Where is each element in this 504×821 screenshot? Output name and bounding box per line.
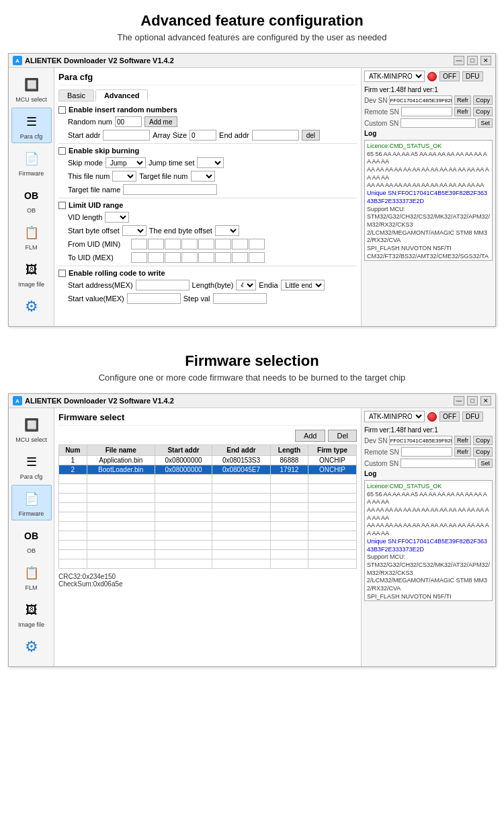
remote-sn-input-2[interactable] (401, 447, 452, 457)
dfu-button-1[interactable]: DFU (462, 71, 483, 81)
dev-sn-input-1[interactable] (389, 95, 452, 105)
sidebar2-item-mcu[interactable]: 🔲 MCU select (11, 411, 52, 446)
rolling-addr-row: Start address(MEX) Length(byte) 4 Endia … (58, 280, 357, 290)
to-uid-box-6[interactable] (215, 252, 231, 263)
target-file-num-select[interactable] (191, 171, 215, 182)
maximize-button-2[interactable]: □ (467, 396, 478, 405)
enable-skip-checkbox[interactable] (58, 147, 66, 155)
sidebar2-label-image: Image file (18, 621, 44, 628)
del-button-1[interactable]: del (302, 130, 320, 141)
to-uid-box-4[interactable] (181, 252, 198, 263)
sidebar-item-flm[interactable]: 📋 FLM (11, 219, 52, 254)
end-byte-offset-select[interactable] (215, 225, 239, 236)
fw-empty-8 (59, 541, 357, 550)
dev-sn-input-2[interactable] (389, 436, 452, 445)
sidebar-item-mcu[interactable]: 🔲 MCU select (11, 71, 52, 106)
off-button-2[interactable]: OFF (439, 412, 460, 422)
sidebar-item-para[interactable]: ☰ Para cfg (11, 108, 52, 143)
uid-box-8[interactable] (249, 239, 265, 249)
uid-box-6[interactable] (215, 239, 231, 249)
custom-sn-set-2[interactable]: Set (478, 459, 493, 468)
firmware-row-2[interactable]: 2 BootLoader.bin 0x08000000 0x080045E7 1… (59, 465, 357, 475)
dev-sn-copy-1[interactable]: Copy (473, 95, 493, 105)
dev-sn-refr-2[interactable]: Refr (454, 436, 471, 445)
uid-box-7[interactable] (232, 239, 248, 249)
limit-uid-checkbox[interactable] (58, 202, 66, 209)
del-firmware-button[interactable]: Del (328, 430, 357, 442)
device-select-2[interactable]: ATK-MINIPRO V2 (364, 411, 425, 422)
this-file-num-select[interactable] (112, 171, 136, 182)
sidebar-item-firmware[interactable]: 📄 Firmware (11, 145, 52, 180)
jump-time-select[interactable] (197, 157, 224, 168)
custom-sn-input-1[interactable] (401, 118, 476, 128)
add-me-button[interactable]: Add me (144, 116, 177, 127)
enable-rolling-checkbox[interactable] (58, 270, 66, 277)
para-cfg-panel: Para cfg Basic Advanced Enable insert ra… (54, 68, 361, 326)
log-line-2-4: Unique SN:FF0C17041C4B5E39F82B2F36343B3F… (367, 538, 490, 553)
start-value-input[interactable] (127, 293, 181, 304)
sidebar-item-settings[interactable]: ⚙ (11, 292, 52, 321)
remote-sn-refr-2[interactable]: Refr (454, 447, 471, 457)
target-file-name-input[interactable] (123, 184, 217, 195)
remote-sn-copy-1[interactable]: Copy (473, 107, 493, 116)
skip-mode-select[interactable]: Jump (106, 157, 146, 168)
dev-sn-copy-2[interactable]: Copy (473, 436, 493, 445)
enable-insert-label: Enable insert random numbers (69, 106, 177, 114)
dev-sn-refr-1[interactable]: Refr (454, 95, 471, 105)
remote-sn-refr-1[interactable]: Refr (454, 107, 471, 116)
to-uid-box-5[interactable] (198, 252, 214, 263)
sidebar2-label-flm: FLM (26, 584, 38, 591)
from-uid-boxes (131, 239, 265, 249)
device-select-1[interactable]: ATK-MINIPRO V2 (364, 71, 425, 82)
array-size-input[interactable] (190, 130, 216, 141)
step-val-input[interactable] (213, 293, 267, 304)
close-button-2[interactable]: ✕ (480, 396, 491, 405)
dfu-button-2[interactable]: DFU (462, 412, 483, 422)
uid-box-2[interactable] (148, 239, 164, 249)
start-address-input[interactable] (136, 280, 190, 290)
log-line-1-6: STM32/G32/CH32/CS32/MK32/AT32/APM32/M32/… (367, 213, 490, 229)
random-num-input[interactable] (115, 116, 142, 127)
sidebar-label-flm: FLM (26, 244, 38, 251)
to-uid-box-2[interactable] (148, 252, 164, 263)
remote-sn-input-1[interactable] (401, 107, 452, 116)
sidebar-item-ob[interactable]: OB OB (11, 182, 52, 217)
start-addr-input[interactable] (103, 130, 150, 141)
to-uid-box-7[interactable] (232, 252, 248, 263)
uid-box-5[interactable] (198, 239, 214, 249)
sidebar2-item-image[interactable]: 🖼 Image file (11, 596, 52, 631)
tab-advanced[interactable]: Advanced (95, 89, 149, 102)
tab-basic[interactable]: Basic (58, 89, 94, 102)
custom-sn-set-1[interactable]: Set (478, 118, 493, 128)
log-line-1-0: Licence:CMD_STATUS_OK (367, 143, 490, 151)
sidebar-item-image[interactable]: 🖼 Image file (11, 256, 52, 291)
close-button[interactable]: ✕ (480, 56, 491, 65)
uid-box-3[interactable] (165, 239, 181, 249)
start-byte-offset-select[interactable] (122, 225, 146, 236)
vid-length-select[interactable] (105, 212, 129, 223)
uid-box-1[interactable] (131, 239, 147, 249)
sidebar2-item-settings[interactable]: ⚙ (11, 633, 52, 661)
uid-box-4[interactable] (181, 239, 198, 249)
custom-sn-input-2[interactable] (401, 459, 476, 468)
endia-select[interactable]: Little end (281, 280, 325, 290)
to-uid-box-8[interactable] (249, 252, 265, 263)
end-addr-input[interactable] (252, 130, 299, 141)
minimize-button[interactable]: — (454, 56, 464, 65)
sidebar2-item-para[interactable]: ☰ Para cfg (11, 448, 52, 483)
add-firmware-button[interactable]: Add (295, 430, 326, 442)
sidebar2-item-ob[interactable]: OB OB (11, 522, 52, 557)
window2-controls: — □ ✕ (454, 396, 491, 405)
length-byte-select[interactable]: 4 (236, 280, 256, 290)
sidebar2-item-flm[interactable]: 📋 FLM (11, 559, 52, 594)
to-uid-box-3[interactable] (165, 252, 181, 263)
to-uid-box-1[interactable] (131, 252, 147, 263)
off-button-1[interactable]: OFF (439, 71, 460, 81)
remote-sn-label-2: Remote SN (364, 448, 399, 456)
enable-insert-checkbox[interactable] (58, 106, 66, 114)
firmware-row-1[interactable]: 1 Application.bin 0x08000000 0x080153S3 … (59, 456, 357, 465)
remote-sn-copy-2[interactable]: Copy (473, 447, 493, 457)
maximize-button[interactable]: □ (467, 56, 478, 65)
sidebar2-item-firmware[interactable]: 📄 Firmware (11, 485, 52, 520)
minimize-button-2[interactable]: — (454, 396, 464, 405)
